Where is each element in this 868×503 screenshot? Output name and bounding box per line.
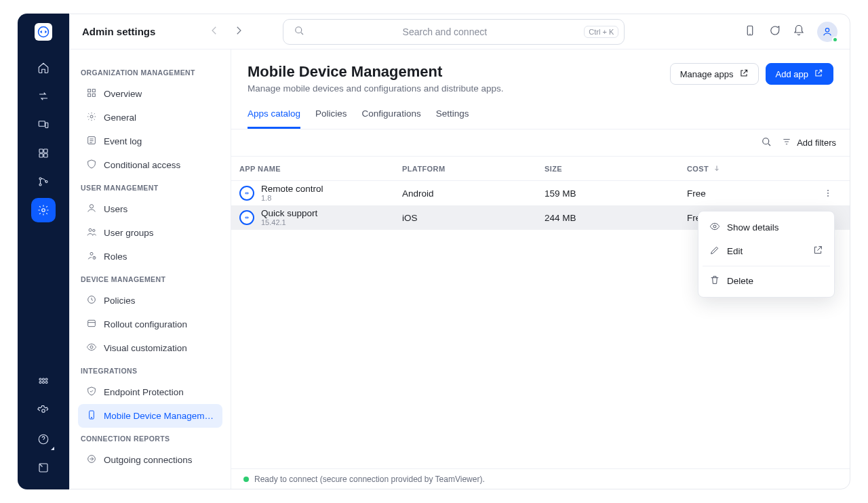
- rollout-icon: [86, 318, 97, 331]
- rail-stack-icon[interactable]: [31, 141, 56, 165]
- nav-back-button[interactable]: [208, 24, 220, 39]
- global-search[interactable]: Ctrl + K: [283, 19, 625, 45]
- tab-policies[interactable]: Policies: [315, 103, 347, 129]
- status-text: Ready to connect (secure connection prov…: [254, 475, 485, 484]
- sidebar-item-label: Conditional access: [104, 160, 180, 170]
- sidebar-item-mobile-device-managem[interactable]: Mobile Device Managem…: [78, 404, 222, 428]
- sidebar-item-conditional-access[interactable]: Conditional access: [78, 153, 222, 177]
- sidebar-item-label: Overview: [104, 89, 142, 99]
- svg-point-30: [89, 228, 92, 231]
- rail-gear-icon[interactable]: [31, 198, 56, 222]
- rail-help-icon[interactable]: [31, 427, 56, 451]
- svg-point-40: [763, 138, 769, 144]
- svg-rect-26: [92, 94, 95, 96]
- add-filters-button[interactable]: Add filters: [782, 137, 836, 148]
- sidebar-item-rollout-configuration[interactable]: Rollout configuration: [78, 313, 222, 336]
- col-platform[interactable]: PLATFORM: [402, 165, 545, 173]
- trash-icon: [709, 275, 720, 287]
- app-name: Quick support: [261, 208, 317, 219]
- svg-rect-4: [44, 149, 47, 153]
- tab-settings[interactable]: Settings: [436, 103, 469, 129]
- sidebar-item-general[interactable]: General: [78, 106, 222, 129]
- sidebar-item-event-log[interactable]: Event log: [78, 129, 222, 153]
- table-header: APP NAME PLATFORM SIZE COST: [231, 157, 850, 181]
- topbar-actions: [744, 22, 837, 42]
- svg-point-36: [90, 346, 93, 348]
- svg-point-10: [42, 209, 45, 212]
- add-app-button[interactable]: Add app: [766, 63, 833, 85]
- col-app-name[interactable]: APP NAME: [239, 165, 402, 173]
- topbar-chat-icon[interactable]: [768, 24, 781, 39]
- tab-configurations[interactable]: Configurations: [362, 103, 421, 129]
- sidebar-item-outgoing-connections[interactable]: Outgoing connections: [78, 448, 222, 472]
- tab-apps-catalog[interactable]: Apps catalog: [248, 103, 300, 129]
- manage-apps-button[interactable]: Manage apps: [670, 63, 759, 85]
- sidebar-item-policies[interactable]: Policies: [78, 289, 222, 313]
- sidebar-item-label: Users: [104, 204, 127, 214]
- main-shell: Admin settings Ctrl + K ORGANIZATION MAN…: [69, 14, 850, 489]
- svg-rect-2: [45, 123, 48, 128]
- sidebar-group-title: DEVICE MANAGEMENT: [81, 275, 220, 283]
- svg-point-16: [45, 382, 47, 384]
- context-delete[interactable]: Delete: [703, 269, 830, 293]
- cell-size: 244 MB: [545, 213, 687, 223]
- app-version: 15.42.1: [261, 218, 317, 227]
- sidebar-item-endpoint-protection[interactable]: Endpoint Protection: [78, 380, 222, 404]
- svg-point-27: [90, 115, 93, 118]
- app-name: Remote control: [261, 184, 323, 195]
- rail-panel-icon[interactable]: [31, 456, 56, 480]
- rail-transfer-icon[interactable]: [31, 84, 56, 108]
- svg-point-12: [43, 378, 45, 380]
- log-icon: [86, 135, 97, 148]
- svg-point-47: [713, 225, 716, 228]
- table-search-button[interactable]: [760, 136, 772, 150]
- svg-rect-5: [39, 154, 43, 157]
- sidebar-item-users[interactable]: Users: [78, 197, 222, 221]
- svg-point-17: [42, 409, 45, 413]
- teamviewer-icon: [37, 26, 50, 38]
- rail-apps-icon[interactable]: [31, 370, 56, 395]
- context-show-details[interactable]: Show details: [703, 216, 830, 239]
- rail-branch-icon[interactable]: [31, 169, 56, 194]
- user-icon: [86, 203, 97, 216]
- presence-dot: [832, 37, 838, 43]
- rail-settings-icon[interactable]: [31, 399, 56, 423]
- users-icon: [86, 226, 97, 239]
- sidebar-item-user-groups[interactable]: User groups: [78, 221, 222, 245]
- sort-desc-icon: [713, 164, 721, 174]
- add-app-label: Add app: [776, 69, 808, 79]
- svg-rect-24: [92, 89, 95, 92]
- add-filters-label: Add filters: [797, 138, 836, 148]
- grid-icon: [86, 87, 97, 100]
- external-link-icon: [739, 68, 749, 80]
- cog-icon: [86, 111, 97, 124]
- context-edit[interactable]: Edit: [703, 239, 830, 263]
- sidebar: ORGANIZATION MANAGEMENTOverviewGeneralEv…: [70, 49, 231, 489]
- cell-size: 159 MB: [545, 188, 687, 199]
- sidebar-item-visual-customization[interactable]: Visual customization: [78, 336, 222, 360]
- svg-rect-35: [88, 320, 96, 326]
- svg-point-43: [827, 195, 829, 197]
- col-cost[interactable]: COST: [687, 164, 814, 174]
- app-icon: [239, 210, 254, 225]
- app-cell: Quick support15.42.1: [239, 208, 402, 227]
- nav-forward-button[interactable]: [233, 24, 245, 39]
- rail-devices-icon[interactable]: [31, 113, 56, 137]
- sidebar-item-overview[interactable]: Overview: [78, 82, 222, 106]
- col-size[interactable]: SIZE: [545, 165, 687, 173]
- context-edit-label: Edit: [727, 246, 743, 256]
- topbar-bell-icon[interactable]: [793, 24, 805, 39]
- rail-home-icon[interactable]: [31, 56, 56, 80]
- row-menu-button[interactable]: [814, 188, 842, 199]
- sidebar-item-roles[interactable]: Roles: [78, 245, 222, 268]
- side-rail: [18, 14, 69, 489]
- table-row[interactable]: Remote control1.8Android159 MBFree: [231, 181, 850, 205]
- sidebar-item-label: Rollout configuration: [104, 319, 187, 329]
- cell-cost: Free: [687, 188, 814, 199]
- svg-point-13: [45, 378, 47, 380]
- sidebar-group-title: INTEGRATIONS: [81, 367, 220, 375]
- sidebar-group-title: CONNECTION REPORTS: [81, 435, 220, 443]
- search-input[interactable]: [312, 26, 577, 38]
- topbar-phone-icon[interactable]: [744, 24, 756, 39]
- avatar[interactable]: [817, 22, 837, 42]
